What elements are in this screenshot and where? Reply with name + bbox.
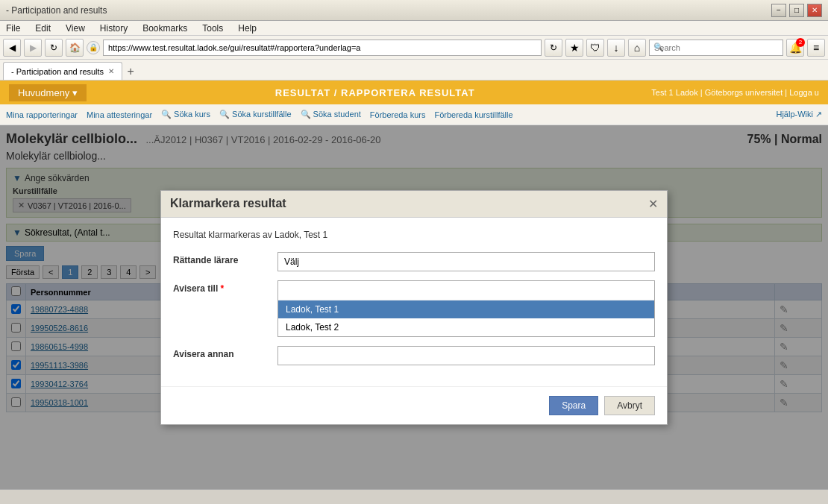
klarmarkera-dialog: Klarmarkera resultat ✕ Resultat klarmark… — [160, 190, 668, 425]
modal-save-button[interactable]: Spara — [549, 396, 598, 415]
rattande-larare-input[interactable] — [277, 252, 655, 271]
menu-history[interactable]: History — [97, 23, 131, 34]
avisera-till-label: Avisera till * — [173, 280, 277, 294]
menu-button[interactable]: ≡ — [807, 39, 825, 57]
forward-button[interactable]: ▶ — [24, 39, 42, 57]
avisera-till-row: Avisera till * Ladok, Test 1 Ladok, Test… — [173, 280, 655, 337]
tabs-bar: - Participation and results ✕ + — [0, 60, 828, 81]
bookmark-button[interactable]: ★ — [565, 39, 583, 57]
dropdown-search-input[interactable] — [278, 281, 654, 300]
menu-bar: File Edit View History Bookmarks Tools H… — [0, 21, 828, 36]
menu-tools[interactable]: Tools — [199, 23, 226, 34]
dropdown-item-1[interactable]: Ladok, Test 2 — [278, 318, 654, 336]
menu-file[interactable]: File — [3, 23, 23, 34]
rattande-larare-row: Rättande lärare — [173, 252, 655, 271]
menu-help[interactable]: Help — [235, 23, 260, 34]
nav-hjalp-wiki[interactable]: Hjälp-Wiki ↗ — [776, 110, 822, 119]
tab-participation[interactable]: - Participation and results ✕ — [3, 62, 122, 80]
modal-info-text: Resultat klarmarkeras av Ladok, Test 1 — [173, 230, 655, 240]
app-header: Huvudmeny ▾ RESULTAT / RAPPORTERA RESULT… — [0, 81, 828, 104]
avisera-annan-row: Avisera annan — [173, 346, 655, 365]
modal-cancel-button[interactable]: Avbryt — [604, 396, 655, 415]
nav-forbereda-kurstillfalle[interactable]: Förbereda kurstillfälle — [434, 110, 512, 119]
nav-forbereda-kurs[interactable]: Förbereda kurs — [370, 110, 426, 119]
search-container: 🔍 — [649, 40, 783, 56]
menu-edit[interactable]: Edit — [32, 23, 54, 34]
avisera-till-field: Ladok, Test 1 Ladok, Test 2 — [277, 280, 655, 337]
reload-button[interactable]: ↻ — [545, 39, 562, 57]
main-content: Molekylär cellbiolo... ...ÄJ2012 | H0367… — [0, 125, 828, 489]
refresh-button[interactable]: ↻ — [45, 39, 63, 57]
search-input[interactable] — [649, 40, 783, 56]
menu-bookmarks[interactable]: Bookmarks — [139, 23, 190, 34]
minimize-button[interactable]: − — [771, 4, 786, 17]
modal-body: Resultat klarmarkeras av Ladok, Test 1 R… — [161, 218, 667, 386]
nav-soka-kurs[interactable]: 🔍 Söka kurs — [161, 110, 210, 119]
tab-label: - Participation and results — [11, 67, 104, 76]
modal-title: Klarmarkera resultat — [170, 197, 286, 210]
browser-window: - Participation and results − □ ✕ File E… — [0, 0, 828, 504]
modal-close-button[interactable]: ✕ — [648, 197, 658, 211]
nav-mina-rapporteringar[interactable]: Mina rapporteringar — [6, 110, 78, 119]
back-button[interactable]: ◀ — [3, 39, 21, 57]
window-controls: − □ ✕ — [771, 4, 822, 17]
title-bar: - Participation and results − □ ✕ — [0, 0, 828, 21]
close-button[interactable]: ✕ — [807, 4, 822, 17]
ssl-icon: 🔒 — [87, 41, 100, 54]
nav-bar: ◀ ▶ ↻ 🏠 🔒 ↻ ★ 🛡 ↓ ⌂ 🔍 🔔2 ≡ — [0, 36, 828, 60]
nav-mina-attesteringar[interactable]: Mina attesteringar — [87, 110, 152, 119]
avisera-annan-field — [277, 346, 655, 365]
download-button[interactable]: ↓ — [607, 39, 625, 57]
nav-soka-student[interactable]: 🔍 Söka student — [301, 110, 361, 119]
maximize-button[interactable]: □ — [789, 4, 804, 17]
notification-button[interactable]: 🔔2 — [786, 39, 804, 57]
app-title: RESULTAT / RAPPORTERA RESULTAT — [98, 87, 651, 98]
avisera-annan-input[interactable] — [277, 346, 655, 365]
sub-nav: Mina rapporteringar Mina attesteringar 🔍… — [0, 104, 828, 125]
avisera-annan-label: Avisera annan — [173, 346, 277, 359]
new-tab-button[interactable]: + — [122, 63, 139, 80]
status-bar — [0, 489, 828, 504]
tab-close-button[interactable]: ✕ — [108, 67, 114, 75]
home-button[interactable]: 🏠 — [66, 39, 84, 57]
main-menu-button[interactable]: Huvudmeny ▾ — [9, 84, 87, 101]
dropdown-list: Ladok, Test 1 Ladok, Test 2 — [278, 300, 654, 336]
search-icon: 🔍 — [653, 42, 664, 52]
modal-footer: Spara Avbryt — [161, 386, 667, 424]
required-indicator: * — [221, 283, 225, 294]
user-info: Test 1 Ladok | Göteborgs universitet | L… — [651, 88, 819, 97]
modal-header: Klarmarkera resultat ✕ — [161, 191, 667, 218]
rattande-larare-field — [277, 252, 655, 271]
menu-view[interactable]: View — [63, 23, 88, 34]
home-nav-button[interactable]: ⌂ — [628, 39, 646, 57]
nav-soka-kurstillfalle[interactable]: 🔍 Söka kurstillfälle — [219, 110, 292, 119]
notification-badge: 2 — [796, 38, 805, 47]
modal-overlay: Klarmarkera resultat ✕ Resultat klarmark… — [0, 125, 828, 489]
address-bar[interactable] — [103, 40, 542, 56]
avisera-dropdown: Ladok, Test 1 Ladok, Test 2 — [277, 280, 655, 337]
window-title: - Participation and results — [6, 5, 771, 16]
dropdown-item-0[interactable]: Ladok, Test 1 — [278, 300, 654, 318]
safe-button[interactable]: 🛡 — [586, 39, 604, 57]
rattande-larare-label: Rättande lärare — [173, 252, 277, 265]
